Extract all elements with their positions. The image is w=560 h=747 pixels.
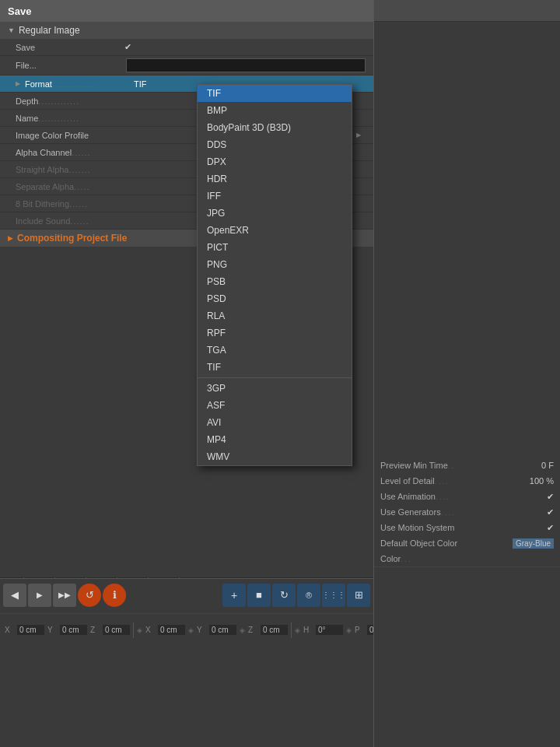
sy-value: 0 cm <box>209 625 236 635</box>
dropdown-item-3gp[interactable]: 3GP <box>198 380 352 397</box>
dropdown-item-psb[interactable]: PSB <box>198 273 352 290</box>
dropdown-item-openexr[interactable]: OpenEXR <box>198 222 352 239</box>
default-object-color-label: Default Object Color <box>380 538 513 548</box>
grid-button[interactable]: ⋮⋮⋮ <box>322 584 345 607</box>
right-row-use-motion-system: Use Motion System ✔ <box>374 520 560 535</box>
r-button[interactable]: ® <box>297 584 320 607</box>
sz-axis-label: Z <box>248 626 259 634</box>
use-motion-system-check: ✔ <box>547 523 554 533</box>
name-label: Name ............. <box>16 114 124 123</box>
dropdown-divider <box>198 377 352 378</box>
add-button[interactable]: + <box>222 584 246 607</box>
coord-sx: ◈ X 0 cm <box>137 625 185 635</box>
stop-button[interactable]: ℹ <box>103 584 126 607</box>
coord-x: X 0 cm <box>5 625 44 635</box>
bit-dithering-label: 8 Bit Dithering ...... <box>16 199 124 209</box>
dropdown-item-dpx[interactable]: DPX <box>198 153 352 170</box>
right-properties: Preview Min Time .. 0 F Level of Detail … <box>374 458 560 567</box>
sz-value: 0 cm <box>261 625 288 635</box>
dropdown-item-rla[interactable]: RLA <box>198 307 352 324</box>
right-row-level-of-detail: Level of Detail .... 100 % <box>374 473 560 489</box>
layout-button[interactable]: ⊞ <box>347 584 370 607</box>
window-title: Save <box>8 5 31 17</box>
preview-min-time-value: 0 F <box>541 461 554 470</box>
x-axis-label: X <box>5 626 16 634</box>
sy-axis-label: Y <box>197 626 208 634</box>
h-value: 0° <box>316 625 343 635</box>
dropdown-item-bmp[interactable]: BMP <box>198 102 352 119</box>
section-regular-image[interactable]: ▼ Regular Image <box>0 22 373 39</box>
coord-sz: ◈ Z 0 cm <box>240 625 288 635</box>
rotate-button[interactable]: ↻ <box>272 584 296 607</box>
dropdown-item-hdr[interactable]: HDR <box>198 170 352 188</box>
alpha-channel-label: Alpha Channel ...... <box>16 148 124 157</box>
section-arrow: ▼ <box>8 26 15 34</box>
format-dropdown[interactable]: TIF BMP BodyPaint 3D (B3D) DDS DPX HDR I… <box>197 84 352 466</box>
dropdown-item-tga[interactable]: TGA <box>198 342 352 359</box>
image-color-profile-label: Image Color Profile <box>16 131 124 140</box>
y-value: 0 cm <box>60 625 87 635</box>
coord-z: Z 0 cm <box>90 625 130 635</box>
use-animation-check: ✔ <box>547 492 554 502</box>
sx-axis-label: X <box>145 626 156 634</box>
dropdown-item-rpf[interactable]: RPF <box>198 324 352 342</box>
right-panel: Preview Min Time .. 0 F Level of Detail … <box>373 0 560 747</box>
section-label: Regular Image <box>19 25 80 36</box>
format-label: Format ............. <box>25 79 134 89</box>
next-button[interactable]: ▶▶ <box>53 584 76 607</box>
separate-alpha-label: Separate Alpha ..... <box>16 182 124 191</box>
square-button[interactable]: ■ <box>247 584 271 607</box>
controls-bar: ◀ ▶ ▶▶ ↺ ℹ + ■ ↻ ® ⋮⋮⋮ ⊞ <box>0 578 373 611</box>
dropdown-item-pict[interactable]: PICT <box>198 239 352 256</box>
dropdown-item-tif[interactable]: TIF <box>198 85 352 102</box>
row-file: File... <box>0 56 373 75</box>
dropdown-item-psd[interactable]: PSD <box>198 290 352 307</box>
x-value: 0 cm <box>17 625 44 635</box>
dropdown-item-asf[interactable]: ASF <box>198 397 352 414</box>
record-button[interactable]: ↺ <box>78 584 101 607</box>
z-value: 0 cm <box>103 625 130 635</box>
y-axis-label: Y <box>47 626 58 634</box>
file-input[interactable] <box>126 58 366 72</box>
use-generators-label: Use Generators .... <box>380 507 547 517</box>
dropdown-item-dds[interactable]: DDS <box>198 136 352 153</box>
image-color-profile-arrow-icon: ▶ <box>356 132 361 139</box>
use-animation-label: Use Animation .... <box>380 492 547 501</box>
coords-bar: X 0 cm Y 0 cm Z 0 cm ◈ X 0 cm ◈ Y 0 cm ◈… <box>0 613 373 646</box>
main-panel: ▼ Regular Image Save ✔ File... ▶ Format … <box>0 22 373 247</box>
dropdown-item-mp4[interactable]: MP4 <box>198 431 352 448</box>
p-axis-label: P <box>355 626 366 634</box>
dropdown-item-tif2[interactable]: TIF <box>198 359 352 376</box>
h-axis-label: H <box>303 626 314 634</box>
dropdown-item-wmv[interactable]: WMV <box>198 448 352 465</box>
dropdown-item-avi[interactable]: AVI <box>198 414 352 431</box>
include-sound-label: Include Sound ...... <box>16 216 124 226</box>
compositing-label: Compositing Project File <box>17 233 127 244</box>
dropdown-item-jpg[interactable]: JPG <box>198 205 352 222</box>
coord-sy: ◈ Y 0 cm <box>188 625 236 635</box>
dropdown-item-iff[interactable]: IFF <box>198 188 352 205</box>
dropdown-item-b3d[interactable]: BodyPaint 3D (B3D) <box>198 119 352 136</box>
dropdown-item-png[interactable]: PNG <box>198 256 352 273</box>
prev-frame-button[interactable]: ▶ <box>28 584 51 607</box>
file-label: File... <box>16 61 124 70</box>
use-generators-check: ✔ <box>547 507 554 517</box>
default-object-color-value: Gray-Blue <box>513 538 554 549</box>
preview-min-time-label: Preview Min Time .. <box>380 461 541 470</box>
play-back-button[interactable]: ◀ <box>3 584 26 607</box>
save-label: Save <box>16 43 124 52</box>
coord-y: Y 0 cm <box>47 625 87 635</box>
level-of-detail-value: 100 % <box>530 476 554 486</box>
row-save: Save ✔ <box>0 39 373 56</box>
straight-alpha-label: Straight Alpha ....... <box>16 165 124 174</box>
coord-h: ◈ H 0° <box>295 625 343 635</box>
right-row-color: Color ... <box>374 551 560 566</box>
right-row-use-generators: Use Generators .... ✔ <box>374 504 560 520</box>
z-axis-label: Z <box>90 626 101 634</box>
compositing-arrow-icon: ▶ <box>8 234 13 242</box>
level-of-detail-label: Level of Detail .... <box>380 476 530 486</box>
format-arrow-icon: ▶ <box>16 80 20 87</box>
depth-label: Depth ............. <box>16 96 124 106</box>
right-row-default-object-color: Default Object Color Gray-Blue <box>374 535 560 551</box>
use-motion-system-label: Use Motion System <box>380 523 547 532</box>
